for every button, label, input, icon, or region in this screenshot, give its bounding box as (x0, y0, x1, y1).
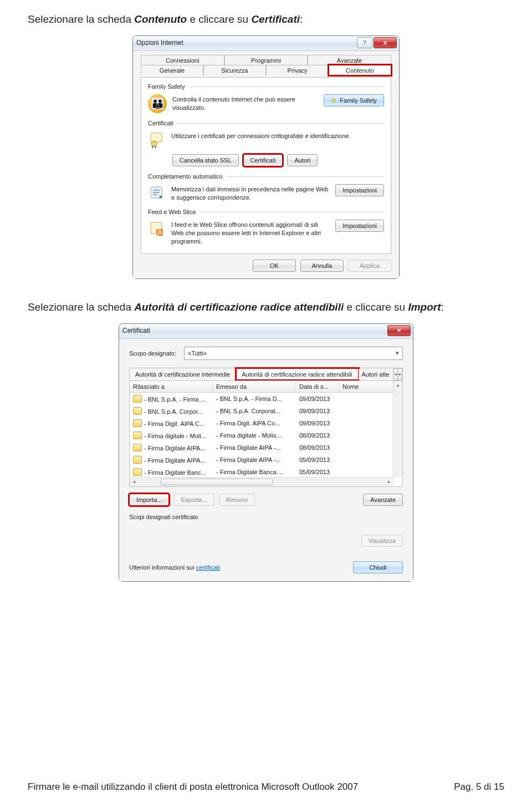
dialog-title: Opzioni Internet (136, 39, 356, 47)
certificate-icon (148, 131, 166, 149)
chevron-down-icon: ▾ (396, 349, 399, 357)
feed-icon (148, 220, 166, 237)
more-info-text: Ulteriori informazioni sui certificati (129, 564, 220, 571)
view-button[interactable]: Visualizza (361, 535, 403, 547)
tab-trusted-root-ca[interactable]: Autorità di certificazione radice attend… (236, 368, 358, 380)
certificates-heading: Certificati (148, 120, 173, 126)
family-safety-text: Controlla il contenuto Internet che può … (172, 94, 318, 112)
feeds-heading: Feed e Web Slice (148, 209, 196, 215)
family-safety-heading: Family Safety (148, 83, 185, 90)
vertical-scrollbar[interactable]: ▴ (393, 381, 402, 478)
table-row[interactable]: - Firma Digitale AIPA...- Firma Digitale… (130, 454, 402, 466)
feeds-settings-button[interactable]: Impostazioni (335, 220, 384, 232)
tab-avanzate[interactable]: Avanzate (308, 55, 391, 65)
certificates-button[interactable]: Certificati (243, 154, 283, 166)
tab-programmi[interactable]: Programmi (224, 55, 308, 65)
tab-connessioni[interactable]: Connessioni (141, 55, 224, 65)
certificates-dialog: Certificati ✕ Scopo designato: <Tutti> ▾… (119, 323, 413, 582)
certificates-text: Utilizzare i certificati per connessioni… (171, 131, 384, 140)
table-row[interactable]: - Firma Digitale Banc...- Firma Digitale… (130, 466, 402, 478)
instruction-1: Selezionare la scheda Contenuto e clicca… (28, 13, 504, 26)
purpose-label: Scopo designato: (129, 350, 176, 357)
table-row[interactable]: - Firma digitale - Moli...- Firma digita… (130, 429, 402, 441)
purpose-combo[interactable]: <Tutti> ▾ (184, 347, 403, 360)
tab-contenuto[interactable]: Contenuto (329, 65, 391, 75)
tab-generale[interactable]: Generale (141, 65, 203, 75)
autocomplete-text: Memorizza i dati immessi in precedenza n… (171, 184, 330, 202)
tab-sicurezza[interactable]: Sicurezza (203, 65, 266, 75)
close-button[interactable]: Chiudi (353, 561, 403, 573)
internet-options-dialog: Opzioni Internet ? ✕ Connessioni Program… (132, 35, 400, 279)
svg-rect-0 (151, 133, 162, 142)
instruction-2: Selezionare la scheda Autorità di certif… (28, 301, 504, 313)
export-button[interactable]: Esporta... (173, 494, 214, 506)
table-row[interactable]: - BNL S.p.A. - Firma ...- BNL S.p.A. - F… (130, 393, 402, 405)
advanced-button[interactable]: Avanzate (363, 494, 403, 506)
close-icon[interactable]: ✕ (387, 325, 411, 336)
certificates-link[interactable]: certificati (196, 564, 219, 571)
clear-ssl-button[interactable]: Cancella stato SSL (172, 154, 239, 166)
publishers-button[interactable]: Autori (287, 154, 318, 166)
help-icon[interactable]: ? (357, 37, 372, 48)
svg-point-1 (151, 141, 157, 146)
cert-store-tabs: Autorità di certificazione intermedie Au… (129, 368, 403, 380)
autocomplete-heading: Completamento automatico (148, 173, 223, 180)
svg-point-5 (157, 234, 159, 235)
certificates-list[interactable]: Rilasciato a Emesso da Data di s... Nome… (129, 380, 403, 487)
tab-strip: Connessioni Programmi Avanzate Generale … (141, 55, 391, 75)
family-safety-icon: 👪 (148, 94, 167, 113)
tab-trusted-publishers[interactable]: Autori atte (359, 369, 393, 380)
dialog-title: Certificati (122, 327, 386, 334)
horizontal-scrollbar[interactable]: ◂▸ (130, 477, 393, 486)
apply-button[interactable]: Applica (348, 260, 391, 272)
feeds-text: I feed e le Web Slice offrono contenuti … (171, 220, 330, 246)
table-row[interactable]: - BNL S.p.A. Corpor...- BNL S.p.A. Corpo… (130, 405, 402, 417)
tab-scroll-right[interactable]: ▸ (398, 368, 402, 380)
close-icon[interactable]: ✕ (374, 37, 397, 48)
list-header: Rilasciato a Emesso da Data di s... Nome (130, 381, 402, 393)
family-safety-button[interactable]: ⚙Family Safety (324, 94, 384, 106)
autocomplete-settings-button[interactable]: Impostazioni (335, 184, 384, 196)
remove-button[interactable]: Rimuovi (219, 494, 255, 506)
import-button[interactable]: Importa... (129, 494, 169, 506)
table-row[interactable]: - Firma Digitale AIPA...- Firma Digitale… (130, 441, 402, 454)
purpose-value: <Tutti> (188, 350, 207, 357)
ok-button[interactable]: OK (253, 260, 296, 272)
tab-scroll-left[interactable]: ◂ (393, 368, 398, 380)
cert-scopes-heading: Scopi designati certificato (129, 514, 403, 520)
table-row[interactable]: - Firma Digit. AIPA C...- Firma Digit. A… (130, 417, 402, 429)
autocomplete-icon (148, 184, 166, 202)
tab-intermediate-ca[interactable]: Autorità di certificazione intermedie (130, 369, 236, 380)
cancel-button[interactable]: Annulla (300, 260, 344, 272)
tab-privacy[interactable]: Privacy (266, 65, 329, 75)
